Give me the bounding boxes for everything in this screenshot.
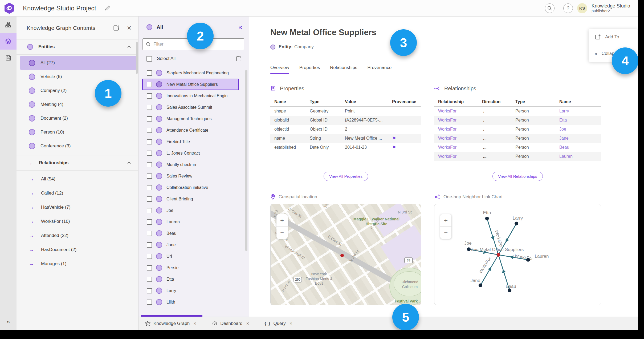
add-to-new-button[interactable] [112, 23, 121, 33]
add-to-button[interactable]: Add To [589, 29, 638, 45]
entities-section-header[interactable]: Entities [17, 39, 138, 55]
item-checkbox[interactable] [147, 265, 152, 271]
relationship-type-item[interactable]: → HasDocument (2) [20, 243, 136, 257]
graph-list-item[interactable]: L. Jones Contract [142, 147, 239, 159]
provenance-flag-icon[interactable]: ⚑ [392, 136, 421, 141]
item-checkbox[interactable] [147, 300, 152, 305]
graph-list-item[interactable]: Staplers Mechanical Engineering [142, 67, 239, 79]
close-panel-button[interactable]: × [126, 23, 132, 33]
zoom-out-button[interactable]: − [276, 227, 288, 239]
relationship-link[interactable]: WorksFor [438, 127, 482, 132]
graph-list-item[interactable]: Collaboration initiative [142, 182, 239, 193]
search-button[interactable] [545, 3, 555, 13]
item-checkbox[interactable] [147, 231, 152, 236]
graph-list-item[interactable]: Attendance Certificate [142, 124, 239, 136]
close-tab-icon[interactable]: × [246, 321, 249, 326]
related-entity-link[interactable]: Beau [559, 145, 601, 150]
node-etta[interactable] [485, 217, 489, 220]
entity-type-item[interactable]: Vehicle (6) [20, 70, 136, 84]
graph-list-item[interactable]: Lilith [142, 296, 239, 308]
panel-scrollbar[interactable] [136, 42, 138, 74]
contents-view-button[interactable] [0, 33, 17, 50]
relationship-link[interactable]: WorksFor [438, 154, 482, 159]
item-checkbox[interactable] [147, 254, 152, 259]
relationship-type-item[interactable]: → Called (12) [20, 186, 136, 200]
graph-list-item[interactable]: Etta [142, 273, 239, 285]
graph-list-item[interactable]: Firebird Title [142, 136, 239, 147]
relationship-link[interactable]: WorksFor [438, 118, 482, 123]
relationship-type-item[interactable]: → HasVehicle (7) [20, 200, 136, 214]
entity-type-item[interactable]: Person (10) [20, 125, 136, 139]
relationship-type-item[interactable]: → Attended (22) [20, 228, 136, 243]
zoom-in-button[interactable]: + [276, 214, 288, 227]
node-jane[interactable] [479, 283, 482, 287]
item-checkbox[interactable] [147, 196, 152, 202]
close-tab-icon[interactable]: × [193, 321, 196, 326]
entity-type-item[interactable]: Conference (3) [20, 139, 136, 153]
related-entity-link[interactable]: Joe [559, 127, 601, 132]
detail-tab[interactable]: Provenance [367, 65, 392, 74]
graph-list-item[interactable]: Uri [142, 251, 239, 262]
detail-tab[interactable]: Overview [270, 65, 289, 74]
view-all-properties-button[interactable]: View All Properties [324, 172, 368, 181]
graph-list-item[interactable]: Managment Techniques [142, 113, 239, 124]
node-beau[interactable] [508, 288, 511, 292]
related-entity-link[interactable]: Larry [559, 109, 601, 114]
tab-dashboard[interactable]: Dashboard × [212, 321, 249, 326]
graph-list-item[interactable]: Lauren [142, 216, 239, 228]
graph-list-item[interactable]: Beau [142, 228, 239, 239]
item-checkbox[interactable] [147, 277, 152, 282]
item-checkbox[interactable] [147, 93, 152, 99]
item-checkbox[interactable] [147, 219, 152, 225]
add-to-new-button[interactable] [234, 54, 243, 63]
item-checkbox[interactable] [147, 185, 152, 190]
geospatial-map[interactable]: k Rd W Clay St Sa N 3rd St arshall St W … [270, 204, 421, 305]
item-checkbox[interactable] [147, 105, 152, 110]
related-entity-link[interactable]: Lauren [559, 154, 601, 159]
relationship-type-item[interactable]: → WorksFor (10) [20, 214, 136, 228]
user-info[interactable]: Knowledge Studio publisher2 [592, 3, 630, 13]
node-larry[interactable] [515, 222, 518, 225]
one-hop-link-chart[interactable]: WorksFor WorksFor WorksFor [434, 204, 601, 305]
view-all-relationships-button[interactable]: View All Relationships [492, 172, 543, 181]
item-checkbox[interactable] [147, 162, 152, 167]
close-tab-icon[interactable]: × [290, 321, 292, 326]
item-checkbox[interactable] [147, 82, 152, 87]
detail-tab[interactable]: Properties [299, 65, 320, 74]
expand-rail-button[interactable]: » [0, 316, 17, 328]
node-center[interactable] [496, 253, 500, 257]
provenance-flag-icon[interactable]: ⚑ [392, 145, 421, 150]
item-checkbox[interactable] [147, 242, 152, 248]
relationship-type-item[interactable]: → All (54) [20, 172, 136, 186]
graph-list-item[interactable]: Sales Associate Summit [142, 102, 239, 113]
graph-list-item[interactable]: Client Briefing [142, 193, 239, 205]
item-checkbox[interactable] [147, 128, 152, 133]
graph-list-item[interactable]: Innovations in Mechanical Engin... [142, 90, 239, 102]
item-checkbox[interactable] [147, 151, 152, 156]
zoom-in-button[interactable]: + [440, 214, 451, 227]
select-all-checkbox[interactable] [146, 56, 152, 62]
schema-view-button[interactable] [0, 17, 17, 33]
tab-query[interactable]: { } Query × [264, 321, 292, 326]
relationship-link[interactable]: WorksFor [438, 145, 482, 150]
item-checkbox[interactable] [147, 173, 152, 179]
relationship-link[interactable]: WorksFor [438, 136, 482, 141]
graph-list-item[interactable]: Jane [142, 239, 239, 251]
item-checkbox[interactable] [147, 208, 152, 213]
tab-knowledge-graph[interactable]: Knowledge Graph × [145, 321, 196, 326]
graph-list-item[interactable]: New Metal Office Suppliers [142, 79, 239, 90]
relationships-section-header[interactable]: → Relationships [17, 155, 138, 171]
help-button[interactable]: ? [563, 3, 573, 13]
graph-list-item[interactable]: Persie [142, 262, 239, 273]
entity-type-item[interactable]: All (27) [20, 56, 136, 70]
save-button[interactable] [0, 50, 17, 66]
graph-list-item[interactable]: Joe [142, 205, 239, 216]
graph-list-item[interactable]: Sales Review [142, 170, 239, 182]
item-checkbox[interactable] [147, 116, 152, 122]
list-scrollbar[interactable] [245, 70, 247, 251]
item-checkbox[interactable] [147, 139, 152, 144]
relationship-link[interactable]: WorksFor [438, 109, 482, 114]
zoom-out-button[interactable]: − [440, 227, 451, 239]
entity-type-item[interactable]: Document (2) [20, 111, 136, 125]
collapse-panel-icon[interactable]: « [239, 23, 242, 31]
